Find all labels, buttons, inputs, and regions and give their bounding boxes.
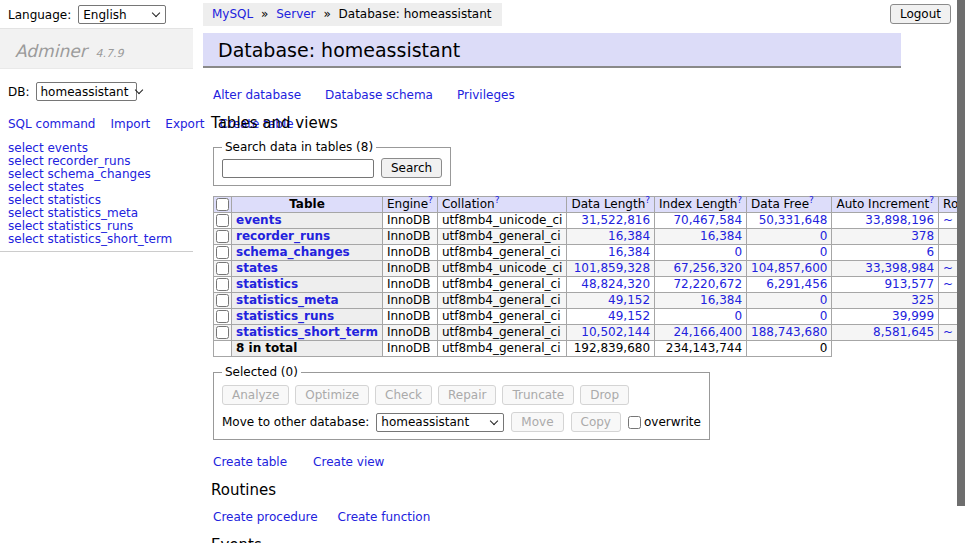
table-header-row: Table Engine? Collation? Data Length? In… <box>214 197 966 213</box>
db-action-link[interactable]: Database schema <box>325 88 433 102</box>
data-free-link[interactable]: 104,857,600 <box>751 261 827 275</box>
row-checkbox[interactable] <box>216 278 229 291</box>
logout-button[interactable]: Logout <box>890 4 951 24</box>
data-length-link[interactable]: 48,824,320 <box>581 277 650 291</box>
routine-create-link[interactable]: Create procedure <box>213 510 318 524</box>
move-database-select[interactable]: homeassistant <box>376 413 504 432</box>
create-link[interactable]: Create view <box>313 455 384 469</box>
db-action-link[interactable]: Alter database <box>213 88 301 102</box>
table-name-link[interactable]: events <box>236 213 282 227</box>
db-select[interactable]: homeassistant <box>36 82 137 101</box>
operation-button[interactable]: Drop <box>580 385 629 405</box>
row-checkbox[interactable] <box>216 294 229 307</box>
breadcrumb-link-mysql[interactable]: MySQL <box>212 7 253 21</box>
create-link[interactable]: Create table <box>213 455 287 469</box>
operation-button[interactable]: Analyze <box>222 385 289 405</box>
table-row: statistics_runs InnoDB utf8mb4_general_c… <box>214 309 966 325</box>
help-link[interactable]: ? <box>495 195 500 205</box>
operations-row: AnalyzeOptimizeCheckRepairTruncateDrop <box>222 385 701 405</box>
help-link[interactable]: ? <box>645 195 650 205</box>
auto-increment-link[interactable]: 378 <box>911 229 934 243</box>
sidebar-action-link[interactable]: SQL command <box>8 117 95 131</box>
data-length-link[interactable]: 16,384 <box>608 229 650 243</box>
language-select[interactable]: English <box>78 5 166 24</box>
sidebar-action-link[interactable]: Export <box>165 117 204 131</box>
row-checkbox[interactable] <box>216 246 229 259</box>
select-all-checkbox[interactable] <box>216 198 229 211</box>
table-name-link[interactable]: statistics_short_term <box>236 325 378 339</box>
index-length-link[interactable]: 24,166,400 <box>673 325 742 339</box>
auto-increment-link[interactable]: 33,398,984 <box>865 261 934 275</box>
auto-increment-link[interactable]: 33,898,196 <box>865 213 934 227</box>
data-length-link[interactable]: 10,502,144 <box>581 325 650 339</box>
collation-cell: utf8mb4_general_ci <box>437 229 567 245</box>
table-name-link[interactable]: statistics_runs <box>236 309 334 323</box>
auto-increment-link[interactable]: 6 <box>926 245 934 259</box>
table-name-link[interactable]: schema_changes <box>236 245 350 259</box>
help-link[interactable]: ? <box>737 195 742 205</box>
data-free-link[interactable]: 0 <box>820 229 828 243</box>
table-name-link[interactable]: states <box>236 261 278 275</box>
breadcrumb-separator: » <box>261 7 268 21</box>
table-name-link[interactable]: statistics <box>236 277 298 291</box>
operation-button[interactable]: Repair <box>438 385 496 405</box>
data-free-link[interactable]: 50,331,648 <box>759 213 828 227</box>
row-checkbox[interactable] <box>216 262 229 275</box>
index-length-link[interactable]: 67,256,320 <box>673 261 742 275</box>
help-link[interactable]: ? <box>428 195 433 205</box>
data-free-link[interactable]: 0 <box>820 245 828 259</box>
table-row: recorder_runs InnoDB utf8mb4_general_ci … <box>214 229 966 245</box>
database-actions: Alter databaseDatabase schemaPrivileges <box>213 88 901 102</box>
auto-increment-link[interactable]: 325 <box>911 293 934 307</box>
index-length-link[interactable]: 16,384 <box>700 229 742 243</box>
breadcrumb-current: Database: homeassistant <box>339 7 492 21</box>
move-button[interactable]: Move <box>511 412 563 432</box>
total-data-length: 192,839,680 <box>567 341 655 357</box>
data-free-link[interactable]: 6,291,456 <box>766 277 827 291</box>
breadcrumb-separator: » <box>323 7 330 21</box>
operation-button[interactable]: Optimize <box>295 385 369 405</box>
table-name-link[interactable]: recorder_runs <box>236 229 330 243</box>
auto-increment-link[interactable]: 913,577 <box>884 277 934 291</box>
overwrite-checkbox[interactable] <box>628 416 641 429</box>
auto-increment-link[interactable]: 8,581,645 <box>873 325 934 339</box>
row-checkbox[interactable] <box>216 214 229 227</box>
engine-cell: InnoDB <box>382 229 437 245</box>
search-input[interactable] <box>222 159 374 178</box>
row-checkbox[interactable] <box>216 230 229 243</box>
overwrite-label: overwrite <box>644 415 701 429</box>
vertical-scrollbar[interactable] <box>957 0 966 543</box>
operation-button[interactable]: Check <box>375 385 432 405</box>
routine-create-link[interactable]: Create function <box>338 510 431 524</box>
operation-button[interactable]: Truncate <box>502 385 574 405</box>
data-free-link[interactable]: 0 <box>820 309 828 323</box>
row-checkbox[interactable] <box>216 326 229 339</box>
sidebar: Adminer 4.7.9 DB: homeassistant SQL comm… <box>0 28 193 252</box>
auto-increment-link[interactable]: 39,999 <box>892 309 934 323</box>
data-free-link[interactable]: 188,743,680 <box>751 325 827 339</box>
index-length-link[interactable]: 16,384 <box>700 293 742 307</box>
data-length-link[interactable]: 49,152 <box>608 309 650 323</box>
total-collation: utf8mb4_general_ci <box>437 341 567 357</box>
data-length-link[interactable]: 31,522,816 <box>581 213 650 227</box>
index-length-link[interactable]: 72,220,672 <box>673 277 742 291</box>
help-link[interactable]: ? <box>929 195 934 205</box>
index-length-link[interactable]: 0 <box>734 245 742 259</box>
search-button[interactable]: Search <box>381 158 442 178</box>
table-select-link[interactable]: select statistics_short_term <box>8 233 193 246</box>
copy-button[interactable]: Copy <box>571 412 621 432</box>
sidebar-action-link[interactable]: Import <box>110 117 150 131</box>
row-checkbox[interactable] <box>216 310 229 323</box>
help-link[interactable]: ? <box>809 195 814 205</box>
index-length-link[interactable]: 0 <box>734 309 742 323</box>
data-length-link[interactable]: 101,859,328 <box>574 261 650 275</box>
scrollbar-thumb[interactable] <box>957 0 965 506</box>
data-length-link[interactable]: 49,152 <box>608 293 650 307</box>
collation-cell: utf8mb4_general_ci <box>437 293 567 309</box>
breadcrumb-link-server[interactable]: Server <box>276 7 315 21</box>
index-length-link[interactable]: 70,467,584 <box>673 213 742 227</box>
data-free-link[interactable]: 0 <box>820 293 828 307</box>
data-length-link[interactable]: 16,384 <box>608 245 650 259</box>
table-name-link[interactable]: statistics_meta <box>236 293 339 307</box>
db-action-link[interactable]: Privileges <box>457 88 515 102</box>
